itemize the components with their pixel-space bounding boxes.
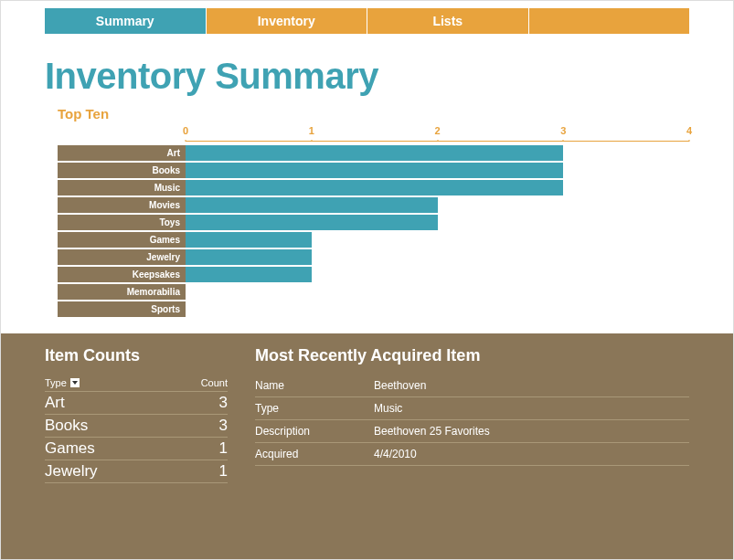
detail-label: Type: [255, 402, 374, 415]
detail-row: DescriptionBeethoven 25 Favorites: [255, 420, 689, 443]
table-row: Games1: [45, 438, 228, 460]
app-root: Summary Inventory Lists Inventory Summar…: [0, 0, 734, 560]
table-row: Art3: [45, 392, 228, 415]
chart-bar-track: [186, 197, 689, 213]
chart-bar-row: Music: [58, 180, 689, 195]
axis-tick: 3: [560, 125, 566, 136]
detail-row: TypeMusic: [255, 397, 689, 420]
chart-bar-track: [186, 215, 689, 230]
chart-bar-label: Jewelry: [58, 249, 186, 265]
item-counts-header: Type Count: [45, 375, 228, 392]
chart-bar-row: Sports: [58, 301, 689, 317]
axis-tick: 1: [309, 125, 314, 136]
page-title: Inventory Summary: [45, 56, 689, 97]
chart-bar-track: [186, 180, 689, 195]
axis-tick: 0: [183, 125, 188, 136]
detail-value: Beethoven: [374, 379, 689, 392]
detail-label: Name: [255, 379, 374, 392]
bottom-panel: Item Counts Type Count Art3Books3Games1J…: [1, 333, 733, 559]
chart-bar-track: [186, 267, 689, 282]
detail-row: Acquired4/4/2010: [255, 443, 689, 466]
tab-summary[interactable]: Summary: [45, 8, 207, 34]
chart-bar-label: Keepsakes: [58, 267, 186, 282]
chart-title: Top Ten: [45, 106, 689, 122]
top-ten-chart: 01234 ArtBooksMusicMoviesToysGamesJewelr…: [45, 125, 689, 317]
chart-bar-fill: [186, 180, 563, 195]
detail-label: Description: [255, 425, 374, 438]
chart-bar-row: Memorabilia: [58, 284, 689, 300]
chart-bar-label: Toys: [58, 215, 186, 230]
chart-bar-fill: [186, 267, 312, 282]
item-counts-title: Item Counts: [45, 346, 228, 365]
tab-empty[interactable]: [529, 8, 690, 34]
chart-bar-track: [186, 163, 689, 178]
chart-bar-fill: [186, 145, 563, 161]
chart-bar-fill: [186, 215, 438, 230]
filter-icon[interactable]: [70, 378, 80, 387]
detail-label: Acquired: [255, 448, 374, 460]
tab-inventory[interactable]: Inventory: [207, 8, 368, 34]
chart-bar-track: [186, 284, 689, 300]
count-type-cell: Jewelry: [45, 462, 182, 481]
chart-bar-fill: [186, 197, 438, 213]
chart-bar-label: Movies: [58, 197, 186, 213]
chart-bar-label: Art: [58, 145, 186, 161]
detail-value: Music: [374, 402, 689, 415]
axis-tick: 2: [434, 125, 440, 136]
type-column-header[interactable]: Type: [45, 377, 182, 388]
chart-bar-fill: [186, 249, 312, 265]
recent-item-panel: Most Recently Acquired Item NameBeethove…: [255, 346, 689, 541]
table-row: Jewelry1: [45, 460, 228, 483]
chart-bar-row: Books: [58, 163, 689, 178]
chart-bar-track: [186, 249, 689, 265]
tab-lists[interactable]: Lists: [367, 8, 529, 34]
table-row: Books3: [45, 415, 228, 438]
chart-bar-fill: [186, 232, 312, 248]
count-value-cell: 1: [182, 439, 228, 458]
count-value-cell: 1: [182, 462, 228, 481]
chart-bar-row: Jewelry: [58, 249, 689, 265]
chart-bar-row: Keepsakes: [58, 267, 689, 282]
chart-bar-label: Sports: [58, 301, 186, 317]
detail-value: Beethoven 25 Favorites: [374, 425, 689, 438]
count-value-cell: 3: [182, 417, 228, 435]
count-type-cell: Art: [45, 394, 182, 412]
count-type-cell: Books: [45, 417, 182, 435]
chart-bar-row: Games: [58, 232, 689, 248]
chart-bar-row: Art: [58, 145, 689, 161]
chart-bar-label: Books: [58, 163, 186, 178]
chart-bar-track: [186, 301, 689, 317]
chart-bar-row: Movies: [58, 197, 689, 213]
tab-bar: Summary Inventory Lists: [1, 8, 733, 34]
axis-tick: 4: [686, 125, 692, 136]
chart-bar-label: Memorabilia: [58, 284, 186, 300]
chart-bar-label: Games: [58, 232, 186, 248]
type-header-label: Type: [45, 377, 67, 388]
detail-value: 4/4/2010: [374, 448, 689, 460]
chart-bar-label: Music: [58, 180, 186, 195]
count-value-cell: 3: [182, 394, 228, 412]
recent-item-title: Most Recently Acquired Item: [255, 346, 689, 365]
chart-bars: ArtBooksMusicMoviesToysGamesJewelryKeeps…: [58, 145, 689, 317]
chart-bar-fill: [186, 163, 563, 178]
item-counts-panel: Item Counts Type Count Art3Books3Games1J…: [45, 346, 228, 541]
count-column-header[interactable]: Count: [182, 377, 228, 388]
content-area: Inventory Summary Top Ten 01234 ArtBooks…: [1, 34, 733, 317]
chart-bar-track: [186, 232, 689, 248]
chart-bar-row: Toys: [58, 215, 689, 230]
detail-row: NameBeethoven: [255, 375, 689, 397]
chart-bar-track: [186, 145, 689, 161]
count-type-cell: Games: [45, 439, 182, 458]
chart-axis: 01234: [186, 125, 689, 142]
